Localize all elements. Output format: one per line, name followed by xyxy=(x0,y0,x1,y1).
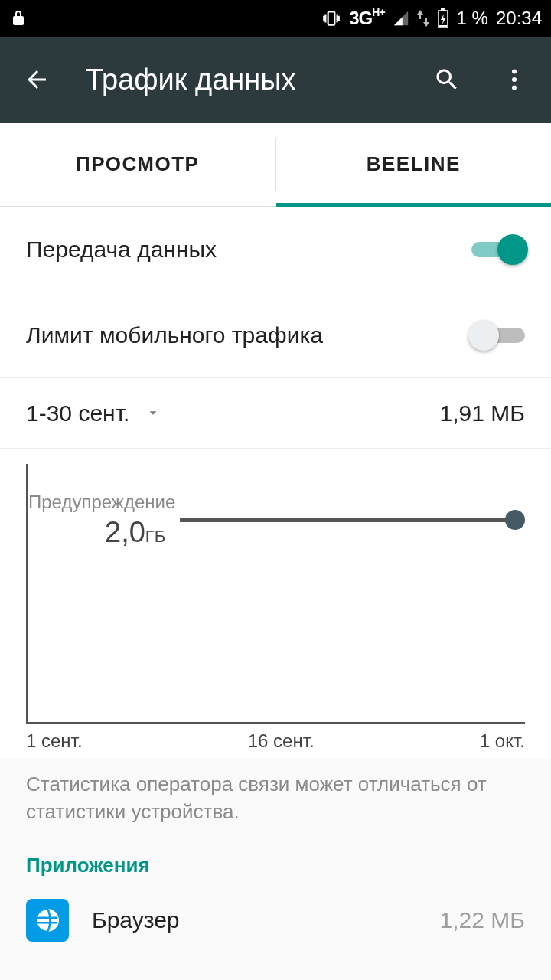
switch-data-limit[interactable] xyxy=(471,320,525,351)
svg-rect-3 xyxy=(439,25,447,27)
chevron-down-icon xyxy=(145,400,161,426)
back-button[interactable] xyxy=(18,61,55,98)
svg-rect-0 xyxy=(328,11,335,24)
app-icon-browser xyxy=(26,899,69,942)
battery-percent: 1 % xyxy=(457,8,488,29)
tab-overview[interactable]: ПРОСМОТР xyxy=(0,122,276,206)
clock: 20:34 xyxy=(496,8,542,29)
chart-x-ticks: 1 сент. 16 сент. 1 окт. xyxy=(26,730,525,752)
svg-point-6 xyxy=(512,86,517,90)
vibrate-icon xyxy=(321,8,341,28)
period-dropdown[interactable]: 1-30 сент. xyxy=(26,400,161,426)
section-apps-title: Приложения xyxy=(0,826,551,890)
warning-line xyxy=(180,518,510,522)
status-bar: 3GH+ 1 % 20:34 xyxy=(0,0,551,37)
row-period[interactable]: 1-30 сент. 1,91 МБ xyxy=(0,378,551,449)
signal-icon xyxy=(393,10,409,27)
svg-point-5 xyxy=(512,77,517,82)
warning-threshold[interactable]: Предупреждение 2,0ГБ xyxy=(28,510,525,530)
page-title: Трафик данных xyxy=(86,64,398,96)
tab-beeline[interactable]: BEELINE xyxy=(276,122,552,206)
search-button[interactable] xyxy=(429,61,465,98)
row-data-transfer[interactable]: Передача данных xyxy=(0,207,551,292)
app-name: Браузер xyxy=(92,907,440,933)
period-usage-total: 1,91 МБ xyxy=(440,400,525,426)
period-range: 1-30 сент. xyxy=(26,400,129,426)
lock-icon xyxy=(9,9,28,28)
label-data-limit: Лимит мобильного трафика xyxy=(26,322,471,348)
tick-start: 1 сент. xyxy=(26,730,83,752)
data-arrows-icon xyxy=(417,10,429,27)
svg-point-4 xyxy=(512,70,517,74)
warning-amount: 2,0ГБ xyxy=(105,516,165,549)
tick-end: 1 окт. xyxy=(480,730,525,752)
chart-disclaimer: Статистика оператора связи может отличат… xyxy=(0,760,551,826)
network-type: 3GH+ xyxy=(349,8,384,29)
app-usage: 1,22 МБ xyxy=(440,907,525,933)
battery-charging-icon xyxy=(437,8,449,28)
usage-chart: Предупреждение 2,0ГБ 1 сент. 16 сент. 1 … xyxy=(0,449,551,760)
row-data-limit[interactable]: Лимит мобильного трафика xyxy=(0,292,551,378)
app-row[interactable]: Браузер 1,22 МБ xyxy=(0,890,551,943)
app-toolbar: Трафик данных xyxy=(0,37,551,122)
overflow-menu-button[interactable] xyxy=(496,61,533,98)
warning-drag-handle[interactable] xyxy=(505,510,525,530)
tick-mid: 16 сент. xyxy=(248,730,315,752)
chart-plot-area: Предупреждение 2,0ГБ xyxy=(26,464,525,724)
svg-rect-2 xyxy=(441,8,445,11)
label-data-transfer: Передача данных xyxy=(26,237,471,263)
tab-bar: ПРОСМОТР BEELINE xyxy=(0,122,551,207)
switch-data-transfer[interactable] xyxy=(471,234,525,265)
warning-label: Предупреждение xyxy=(28,492,180,513)
